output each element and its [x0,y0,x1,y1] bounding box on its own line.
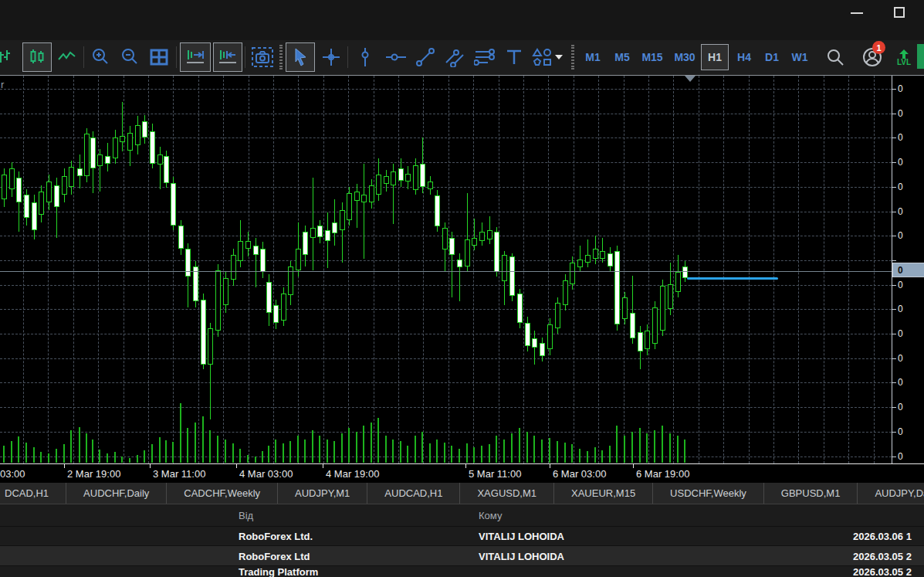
volume-bar [624,436,625,463]
price-tick-label: 0 [898,304,903,314]
chart-tab-gbpusd-m1[interactable]: GBPUSD,M1 [764,483,858,504]
community-button[interactable]: 1 [855,42,889,72]
volume-bar [564,443,566,463]
timeframe-m5[interactable]: M5 [608,44,636,70]
candle-body [668,284,673,309]
candle-body [682,266,688,278]
gridline [874,76,875,463]
volume-bar [429,443,431,463]
chart-tab-xagusd-m1[interactable]: XAGUSD,M1 [460,483,554,504]
volume-bar [571,444,573,463]
chart-tab-audchf-daily[interactable]: AUDCHF,Daily [66,483,167,504]
gridline [0,432,892,433]
toolbar-grip[interactable] [571,45,574,70]
chart-tab-audcad-h1[interactable]: AUDCAD,H1 [367,483,460,504]
price-tick [892,358,896,359]
timeframe-m15[interactable]: M15 [636,44,668,70]
volume-bar [289,441,291,463]
timeframe-m30[interactable]: M30 [668,44,701,70]
arrow-up-icon [899,49,909,59]
chart-shift-button[interactable] [213,42,242,72]
candle-body [608,253,613,266]
screenshot-button[interactable] [248,42,277,72]
toolbar-grip[interactable] [279,45,283,70]
partial-button[interactable] [917,44,924,69]
shapes-button[interactable] [528,42,567,72]
line-chart-button[interactable] [54,42,80,72]
zoom-in-button[interactable] [86,42,114,72]
price-tick-label: 0 [898,402,903,412]
mail-to: VITALIJ LOHOIDA [479,550,564,562]
price-tick [892,89,896,90]
timeframe-h1[interactable]: H1 [701,44,729,70]
timeframe-h4[interactable]: H4 [730,44,758,70]
lvl-button[interactable]: LVL [891,42,917,72]
search-button[interactable] [821,42,849,72]
mail-row[interactable]: RoboForex LtdVITALIJ LOHOIDA2026.03.05 2 [0,546,924,566]
column-header-from[interactable]: Від [239,510,253,521]
zoom-out-button[interactable] [116,42,144,72]
price-tick [892,382,896,383]
fibonacci-button[interactable] [469,42,500,72]
time-tick [550,464,550,468]
chart-tab-usdchf-weekly[interactable]: USDCHF,Weekly [653,483,764,504]
price-tick [892,260,896,261]
chart-canvas[interactable]: r [0,76,892,463]
notification-badge[interactable]: 1 [872,41,885,54]
channel-button[interactable] [440,42,469,72]
mail-row[interactable]: RoboForex Ltd.VITALIJ LOHOIDA2026.03.06 … [0,527,924,546]
candle-body [347,193,352,220]
mail-row[interactable]: Trading Platform2026.03.05 2 [0,566,924,577]
candle-body [405,174,411,182]
candle-body [494,232,499,272]
chart-tab-dcad-h1[interactable]: DCAD,H1 [0,483,66,504]
crosshair-button[interactable] [316,42,346,72]
maximize-button[interactable] [888,6,911,20]
timeframe-m1[interactable]: M1 [579,44,607,70]
volume-bar [327,440,328,463]
volume-bar [86,433,87,463]
title-bar [0,0,924,40]
candle-body [69,167,74,187]
gridline [348,76,349,463]
timeframe-d1[interactable]: D1 [758,44,786,70]
bar-chart-button[interactable] [0,42,17,72]
toolbar: M1M5M15M30H1H4D1W1 1 LVL [0,40,924,76]
vertical-line-button[interactable] [350,42,380,72]
volume-bar [187,428,188,463]
gridline [124,76,124,463]
text-button[interactable] [500,42,528,72]
volume-bar [121,457,123,463]
trendline-button[interactable] [411,42,440,72]
chart-tab-cadchf-weekly[interactable]: CADCHF,Weekly [167,483,278,504]
auto-scroll-button[interactable] [180,42,211,72]
chart-tab-audjpy-m1[interactable]: AUDJPY,M1 [278,483,367,504]
chart-tab-xaueur-m15[interactable]: XAUEUR,M15 [554,483,653,504]
timeframe-w1[interactable]: W1 [786,44,814,70]
price-tick [892,187,896,188]
price-tick-label: 0 [898,182,903,192]
candle-body [600,251,605,259]
time-axis[interactable]: 03:002 Mar 19:003 Mar 11:004 Mar 03:004 … [0,463,924,483]
volume-bar [275,440,276,463]
chart-shift-marker[interactable] [685,76,696,82]
mail-date: 2026.03.05 2 [853,550,924,562]
price-axis[interactable]: 000000000000000 0 [892,76,924,463]
candle-body [223,278,228,305]
volume-bar [669,433,671,463]
candle-body [645,331,650,349]
tile-windows-button[interactable] [145,42,173,72]
channel-icon [445,47,465,67]
candlestick-chart-button[interactable] [22,42,52,72]
price-tick-label: 0 [898,377,903,388]
column-header-to[interactable]: Кому [479,510,502,521]
horizontal-line-button[interactable] [381,42,411,72]
volume-bar [268,446,269,463]
candle-body [442,228,448,249]
minimize-button[interactable] [845,6,868,20]
cursor-button[interactable] [286,42,315,72]
time-tick [236,464,237,468]
chart-tab-audjpy-daily[interactable]: AUDJPY,Daily [858,483,924,504]
candle-body [84,134,90,176]
time-tick-label: 03:00 [0,468,25,480]
